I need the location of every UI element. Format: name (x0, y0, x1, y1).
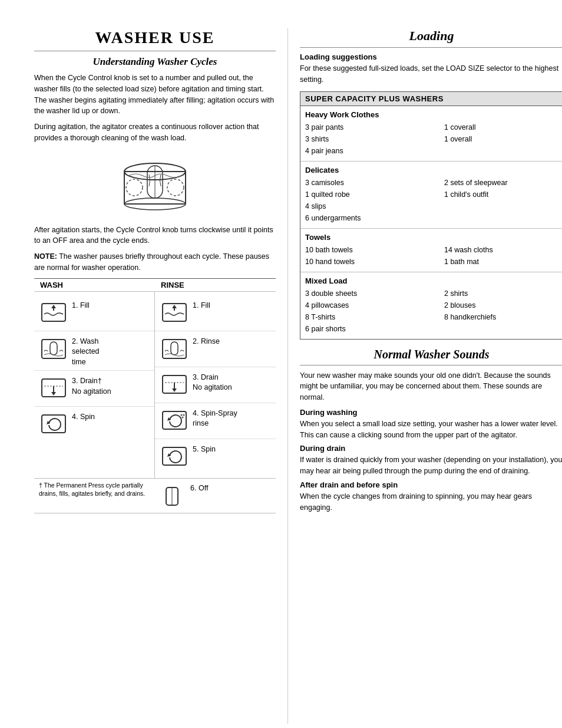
svg-point-5 (126, 179, 143, 196)
load-title-heavy: Heavy Work Clothes (305, 110, 558, 119)
wash-step-2-label: 2. Washselectedtime (72, 334, 100, 368)
top-divider (34, 51, 276, 51)
load-title-delicates: Delicates (305, 166, 558, 174)
footnote-area: † The Permanent Press cycle partially dr… (34, 481, 276, 513)
load-items-delicates: 3 camisoles1 quilted robe4 slips6 underg… (305, 177, 558, 224)
page-container: WASHER USE Understanding Washer Cycles W… (34, 28, 562, 724)
load-items-towels-right: 14 wash cloths1 bath mat (444, 244, 558, 268)
wash-step-3: 3. Drain†No agitation (34, 371, 154, 407)
wr-header-row: WASH RINSE (34, 278, 276, 292)
load-items-mixed-right: 2 shirts2 blouses8 handkerchiefs (444, 288, 558, 335)
load-items-mixed-left: 3 double sheets4 pillowcases8 T-shirts6 … (305, 288, 444, 335)
load-items-heavy: 3 pair pants3 shirts4 pair jeans 1 cover… (305, 121, 558, 157)
svg-marker-19 (172, 305, 177, 308)
sounds-title: Normal Washer Sounds (300, 348, 562, 361)
svg-rect-11 (50, 342, 57, 355)
load-items-delicates-left: 3 camisoles1 quilted robe4 slips6 underg… (305, 177, 444, 224)
wash-rinse-table: WASH RINSE (34, 278, 276, 513)
footnote-rinse-step6: 6. Off (155, 481, 276, 510)
sounds-divider (300, 365, 562, 365)
load-items-towels-left: 10 bath towels10 hand towels (305, 244, 444, 268)
rinse-step-3-label: 3. DrainNo agitation (193, 370, 232, 393)
sounds-spin-title: After drain and before spin (300, 480, 562, 489)
sounds-spin-body: When the cycle changes from draining to … (300, 491, 562, 513)
rinse-step-1-label: 1. Fill (193, 298, 210, 311)
rinse-off-icon (157, 481, 187, 510)
para3: After agitation starts, the Cycle Contro… (34, 225, 276, 247)
wash-column: 1. Fill (34, 292, 155, 478)
rinse-step-6-label: 6. Off (190, 481, 208, 494)
rinse-step-2: 2. Rinse (155, 331, 276, 367)
wash-drain-icon (39, 374, 68, 403)
load-section-towels: Towels 10 bath towels10 hand towels 14 w… (300, 229, 562, 272)
load-title-towels: Towels (305, 233, 558, 242)
agitator-illustration (34, 151, 276, 218)
rinse-drain-icon (160, 370, 189, 400)
footnote-text: † The Permanent Press cycle partially dr… (34, 481, 155, 498)
wash-fill-icon (39, 298, 68, 328)
sounds-drain-body: If water is drained quickly from your wa… (300, 454, 562, 477)
wash-step-1: 1. Fill (34, 295, 154, 331)
loading-suggestions-body: For these suggested full-sized loads, se… (300, 63, 562, 85)
sounds-washing-title: During washing (300, 408, 562, 417)
load-items-heavy-left: 3 pair pants3 shirts4 pair jeans (305, 121, 444, 157)
rinse-step-1: 1. Fill (155, 295, 276, 331)
rinse-fill-icon (160, 298, 189, 328)
wash-spin-icon (39, 410, 68, 439)
rinse-agitate-icon (160, 334, 189, 364)
sounds-intro: Your new washer may make sounds your old… (300, 370, 562, 403)
wr-body: 1. Fill (34, 292, 276, 479)
svg-point-6 (167, 179, 184, 196)
load-section-delicates: Delicates 3 camisoles1 quilted robe4 sli… (300, 162, 562, 229)
load-section-mixed: Mixed Load 3 double sheets4 pillowcases8… (300, 272, 562, 339)
load-items-heavy-right: 1 coverall1 overall (444, 121, 558, 157)
svg-rect-22 (171, 342, 178, 355)
sounds-washing-body: When you select a small load size settin… (300, 419, 562, 441)
svg-point-31 (182, 416, 184, 418)
note-text: NOTE: NOTE: The washer pauses briefly th… (34, 251, 276, 274)
svg-marker-24 (172, 388, 177, 392)
load-items-delicates-right: 2 sets of sleepwear1 child's outfit (444, 177, 558, 224)
loading-title: Loading (300, 28, 562, 44)
wash-step-4: 4. Spin (34, 407, 154, 442)
load-items-towels: 10 bath towels10 hand towels 14 wash clo… (305, 244, 558, 268)
rinse-step-5-label: 5. Spin (193, 442, 216, 455)
load-title-mixed: Mixed Load (305, 276, 558, 285)
rinse-col-label: RINSE (155, 281, 276, 289)
left-column: WASHER USE Understanding Washer Cycles W… (34, 28, 288, 724)
wash-step-1-label: 1. Fill (72, 298, 90, 311)
para1: When the Cycle Control knob is set to a … (34, 73, 276, 117)
svg-marker-8 (51, 305, 56, 308)
rinse-step-2-label: 2. Rinse (193, 334, 220, 347)
rinse-step-3: 3. DrainNo agitation (155, 367, 276, 403)
svg-marker-13 (51, 392, 56, 396)
wash-agitate-icon (39, 334, 68, 364)
load-items-mixed: 3 double sheets4 pillowcases8 T-shirts6 … (305, 288, 558, 335)
loading-suggestions-title: Loading suggestions (300, 52, 562, 61)
wash-step-3-label: 3. Drain†No agitation (72, 374, 111, 397)
agitator-svg (117, 151, 193, 216)
svg-point-30 (183, 414, 185, 416)
right-top-divider (300, 47, 562, 48)
sounds-drain-title: During drain (300, 444, 562, 453)
sounds-section: Normal Washer Sounds Your new washer may… (300, 348, 562, 513)
capacity-header: SUPER CAPACITY PLUS WASHERS (300, 92, 562, 106)
para2: During agitation, the agitator creates a… (34, 121, 276, 144)
wash-col-label: WASH (34, 281, 155, 289)
main-title: WASHER USE (34, 28, 276, 47)
svg-point-29 (181, 414, 183, 416)
washer-cycles-title: Understanding Washer Cycles (34, 56, 276, 68)
rinse-step-4-label: 4. Spin-Sprayrinse (193, 406, 237, 429)
load-section-heavy: Heavy Work Clothes 3 pair pants3 shirts4… (300, 106, 562, 162)
rinse-spin-spray-icon (160, 406, 189, 436)
rinse-step-5: 5. Spin (155, 439, 276, 475)
rinse-spin-icon (160, 442, 189, 472)
wash-step-2: 2. Washselectedtime (34, 331, 154, 371)
rinse-step-4: 4. Spin-Sprayrinse (155, 403, 276, 439)
rinse-column: 1. Fill (155, 292, 276, 478)
wash-step-4-label: 4. Spin (72, 410, 95, 423)
right-column: Loading Loading suggestions For these su… (288, 28, 562, 724)
capacity-body: Heavy Work Clothes 3 pair pants3 shirts4… (300, 106, 562, 339)
capacity-box: SUPER CAPACITY PLUS WASHERS Heavy Work C… (300, 91, 562, 340)
